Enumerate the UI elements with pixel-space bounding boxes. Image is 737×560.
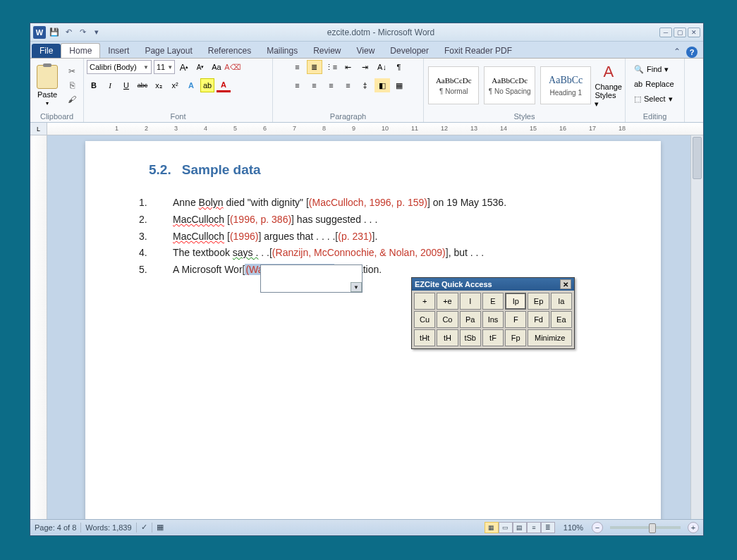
sort-button[interactable]: A↓ [374,60,390,74]
ezcite-btn-co[interactable]: Co [437,311,458,328]
tab-developer[interactable]: Developer [382,44,437,58]
ezcite-btn-tht[interactable]: tHt [414,329,435,346]
collapse-ribbon-icon[interactable]: ⌃ [674,47,681,58]
list-item[interactable]: 2.MacCulloch [(1996, p. 386)] has sugges… [149,212,597,229]
ezcite-btn-ea[interactable]: Ea [551,311,572,328]
ezcite-btn-ia[interactable]: Ia [551,293,572,310]
change-styles-button[interactable]: AChangeStyles ▾ [595,62,622,109]
ruler-corner[interactable]: L [30,123,47,135]
select-button[interactable]: ⬚ Select ▾ [631,92,676,105]
ezcite-btn-e[interactable]: E [482,293,504,310]
ezcite-btn-plus[interactable]: + [414,293,435,310]
ezcite-btn-ins[interactable]: Ins [482,311,504,328]
list-item[interactable]: 1.Anne Bolyn died "with dignity" [(MacCu… [149,195,597,212]
page-scroll[interactable]: 5.2. Sample data 1.Anne Bolyn died "with… [47,135,690,519]
ezcite-btn-tf[interactable]: tF [482,329,504,346]
list-item[interactable]: 3.MacCulloch [(1996)] argues that . . . … [149,229,597,245]
style-normal[interactable]: AaBbCcDc¶ Normal [428,66,479,104]
grow-font-button[interactable]: A▴ [177,60,191,74]
tab-references[interactable]: References [200,44,259,58]
proofing-icon[interactable]: ✓ [141,523,147,532]
tab-view[interactable]: View [349,44,383,58]
strike-button[interactable]: abc [135,78,150,92]
bullets-button[interactable]: ≡ [290,60,305,74]
copy-button[interactable]: ⎘ [65,79,79,92]
borders-button[interactable]: ▦ [391,78,407,92]
align-center-button[interactable]: ≡ [307,78,322,92]
align-left-button[interactable]: ≡ [290,78,305,92]
inc-indent-button[interactable]: ⇥ [358,60,373,74]
zoom-level[interactable]: 110% [564,523,583,532]
text-effects-button[interactable]: A [184,78,198,92]
undo-button[interactable]: ↶ [63,27,74,38]
clear-format-button[interactable]: A⌫ [226,60,240,74]
tab-file[interactable]: File [32,44,61,58]
minimize-button[interactable]: ─ [659,28,672,37]
tab-mailings[interactable]: Mailings [259,44,305,58]
font-name-combo[interactable]: Calibri (Body)▼ [87,60,152,74]
line-spacing-button[interactable]: ‡ [358,78,373,92]
shrink-font-button[interactable]: A▾ [193,60,207,74]
tab-home[interactable]: Home [61,43,100,58]
list-item[interactable]: 4.The textbook says . . .[(Ranzijn, McCo… [149,245,597,262]
style-heading1[interactable]: AaBbCcHeading 1 [540,66,591,104]
ezcite-btn-pluse[interactable]: +e [437,293,458,310]
superscript-button[interactable]: x² [168,78,182,92]
align-right-button[interactable]: ≡ [324,78,339,92]
tab-foxit-reader-pdf[interactable]: Foxit Reader PDF [437,44,520,58]
print-layout-view[interactable]: ▦ [485,522,499,533]
paste-button[interactable]: Paste▾ [33,62,61,109]
font-color-button[interactable]: A [217,78,231,92]
change-case-button[interactable]: Aa [209,60,224,74]
bold-button[interactable]: B [87,78,101,92]
find-button[interactable]: 🔍 Find ▾ [631,63,671,75]
dec-indent-button[interactable]: ⇤ [341,60,356,74]
fullscreen-view[interactable]: ▭ [499,522,513,533]
ezcite-btn-fp[interactable]: Fp [505,329,526,346]
ezcite-btn-ip[interactable]: Ip [505,293,526,310]
draft-view[interactable]: ≣ [541,522,555,533]
save-button[interactable]: 💾 [49,27,60,38]
dropdown-arrow-icon[interactable]: ▼ [351,282,362,292]
multilevel-button[interactable]: ⋮≡ [324,60,339,74]
ezcite-btn-i[interactable]: I [460,293,481,310]
subscript-button[interactable]: x₂ [152,78,166,92]
ezcite-btn-fd[interactable]: Fd [528,311,549,328]
highlight-button[interactable]: ab [200,78,214,92]
replace-button[interactable]: ab Replace [631,78,677,90]
word-count[interactable]: Words: 1,839 [85,523,131,532]
ezcite-btn-pa[interactable]: Pa [460,311,481,328]
cut-button[interactable]: ✂ [65,65,79,78]
ezcite-btn-th[interactable]: tH [437,329,458,346]
ezcite-btn-ep[interactable]: Ep [528,293,549,310]
redo-button[interactable]: ↷ [77,27,88,38]
list-item[interactable]: 5.A Microsoft Wor[(Walkenbach, 2013)]ld … [149,262,597,279]
tab-page-layout[interactable]: Page Layout [137,44,200,58]
ezcite-btn-f[interactable]: F [505,311,526,328]
maximize-button[interactable]: ▢ [674,28,686,37]
style-nospacing[interactable]: AaBbCcDc¶ No Spacing [484,66,535,104]
italic-button[interactable]: I [103,78,117,92]
ezcite-btn-cu[interactable]: Cu [414,311,435,328]
qat-customize[interactable]: ▾ [91,27,102,38]
web-view[interactable]: ▤ [513,522,527,533]
font-size-combo[interactable]: 11▼ [154,60,175,74]
ezcite-btn-tsb[interactable]: tSb [460,329,481,346]
ezcite-btn-minimize[interactable]: Minimize [528,329,572,346]
citation-field-dropdown[interactable]: ▼ [260,264,363,293]
outline-view[interactable]: ≡ [527,522,541,533]
justify-button[interactable]: ≡ [341,78,356,92]
show-marks-button[interactable]: ¶ [391,60,407,74]
zoom-in-button[interactable]: + [688,522,699,533]
shading-button[interactable]: ◧ [374,78,390,92]
numbering-button[interactable]: ≣ [307,60,322,74]
help-icon[interactable]: ? [686,47,698,58]
close-button[interactable]: ✕ [688,28,700,37]
format-painter-button[interactable]: 🖌 [65,93,79,106]
macro-icon[interactable]: ▦ [157,523,164,532]
zoom-slider[interactable] [610,526,681,529]
tab-review[interactable]: Review [305,44,348,58]
page-status[interactable]: Page: 4 of 8 [35,523,76,532]
vertical-scrollbar[interactable] [690,135,703,519]
ezcite-panel[interactable]: EZCite Quick Access ✕ ++eIEIpEpIaCuCoPaI… [411,277,575,349]
